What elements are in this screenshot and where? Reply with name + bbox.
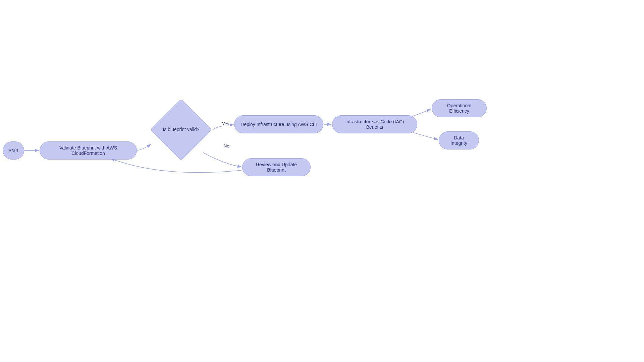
node-deploy-label: Deploy Infrastructure using AWS CLI [240,122,317,127]
edge-no-label: No [223,143,230,148]
node-iac: Infrastructure as Code (IAC) Benefits [332,115,417,133]
node-review-label: Review and Update Blueprint [249,162,304,173]
node-iac-label: Infrastructure as Code (IAC) Benefits [338,119,411,130]
node-opeff: Operational Efficiency [432,99,487,117]
node-validate-label: Validate Blueprint with AWS CloudFormati… [46,145,130,156]
node-start-label: Start [8,148,18,153]
node-start: Start [3,141,24,160]
node-decision [150,99,212,161]
node-data: Data Integrity [439,131,479,149]
node-data-label: Data Integrity [445,135,473,146]
node-review: Review and Update Blueprint [242,158,311,176]
node-opeff-label: Operational Efficiency [438,103,480,114]
node-validate: Validate Blueprint with AWS CloudFormati… [40,141,137,160]
edge-yes-label: Yes [221,121,230,126]
node-deploy: Deploy Infrastructure using AWS CLI [234,115,323,133]
flowchart-edges [0,0,644,362]
